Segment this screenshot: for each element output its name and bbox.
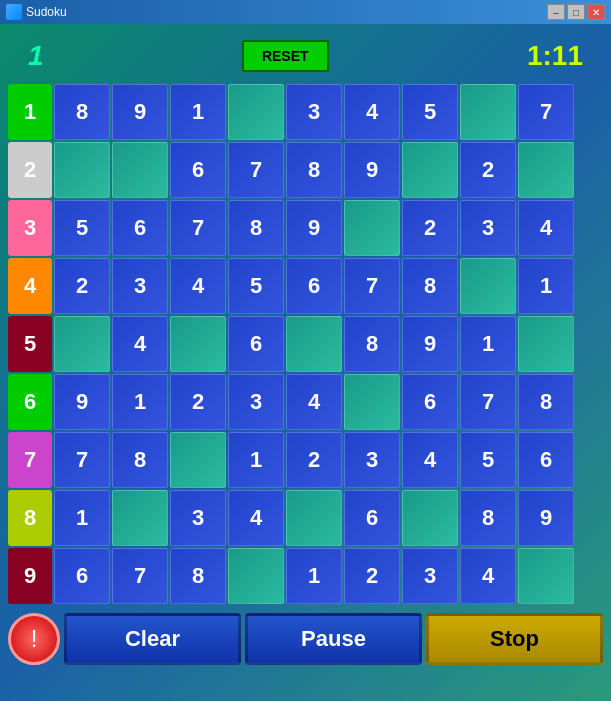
cell-r2-c3[interactable]: 8 — [228, 200, 284, 256]
cell-r3-c8[interactable]: 1 — [518, 258, 574, 314]
cell-r7-c4[interactable] — [286, 490, 342, 546]
cell-r7-c2[interactable]: 3 — [170, 490, 226, 546]
cell-r1-c8[interactable] — [518, 142, 574, 198]
cell-r8-c3[interactable] — [228, 548, 284, 604]
cell-r1-c0[interactable] — [54, 142, 110, 198]
cell-r5-c6[interactable]: 6 — [402, 374, 458, 430]
cell-r4-c2[interactable] — [170, 316, 226, 372]
cell-r1-c4[interactable]: 8 — [286, 142, 342, 198]
cell-r6-c0[interactable]: 7 — [54, 432, 110, 488]
cell-r4-c1[interactable]: 4 — [112, 316, 168, 372]
cell-r5-c3[interactable]: 3 — [228, 374, 284, 430]
cell-r5-c1[interactable]: 1 — [112, 374, 168, 430]
cell-r0-c3[interactable] — [228, 84, 284, 140]
row-label-6: 6 — [8, 374, 52, 430]
cell-r3-c2[interactable]: 4 — [170, 258, 226, 314]
alert-button[interactable]: ! — [8, 613, 60, 665]
cell-r2-c6[interactable]: 2 — [402, 200, 458, 256]
cell-r1-c1[interactable] — [112, 142, 168, 198]
cell-r4-c8[interactable] — [518, 316, 574, 372]
cell-r5-c0[interactable]: 9 — [54, 374, 110, 430]
cell-r8-c0[interactable]: 6 — [54, 548, 110, 604]
pause-button[interactable]: Pause — [245, 613, 422, 665]
cell-r0-c7[interactable] — [460, 84, 516, 140]
cell-r2-c1[interactable]: 6 — [112, 200, 168, 256]
cell-r8-c8[interactable] — [518, 548, 574, 604]
cell-r3-c5[interactable]: 7 — [344, 258, 400, 314]
cell-r5-c2[interactable]: 2 — [170, 374, 226, 430]
cell-r2-c0[interactable]: 5 — [54, 200, 110, 256]
cell-r2-c8[interactable]: 4 — [518, 200, 574, 256]
cell-r7-c3[interactable]: 4 — [228, 490, 284, 546]
row-label-1: 1 — [8, 84, 52, 140]
cell-r8-c1[interactable]: 7 — [112, 548, 168, 604]
stop-button[interactable]: Stop — [426, 613, 603, 665]
cell-r3-c7[interactable] — [460, 258, 516, 314]
cell-r3-c3[interactable]: 5 — [228, 258, 284, 314]
cell-r6-c1[interactable]: 8 — [112, 432, 168, 488]
title-bar: Sudoku – □ ✕ — [0, 0, 611, 24]
maximize-button[interactable]: □ — [567, 4, 585, 20]
cell-r3-c4[interactable]: 6 — [286, 258, 342, 314]
reset-button[interactable]: RESET — [242, 40, 329, 72]
cell-r1-c7[interactable]: 2 — [460, 142, 516, 198]
cell-r1-c3[interactable]: 7 — [228, 142, 284, 198]
cell-r8-c2[interactable]: 8 — [170, 548, 226, 604]
cell-r8-c6[interactable]: 3 — [402, 548, 458, 604]
cell-r8-c4[interactable]: 1 — [286, 548, 342, 604]
app-icon — [6, 4, 22, 20]
cell-r7-c1[interactable] — [112, 490, 168, 546]
cell-r6-c2[interactable] — [170, 432, 226, 488]
cell-r4-c3[interactable]: 6 — [228, 316, 284, 372]
cell-r0-c5[interactable]: 4 — [344, 84, 400, 140]
top-bar: 1 RESET 1:11 — [8, 32, 603, 80]
cell-r7-c6[interactable] — [402, 490, 458, 546]
cell-r5-c8[interactable]: 8 — [518, 374, 574, 430]
alert-icon: ! — [31, 625, 38, 653]
cell-r0-c2[interactable]: 1 — [170, 84, 226, 140]
cell-r6-c4[interactable]: 2 — [286, 432, 342, 488]
cell-r6-c3[interactable]: 1 — [228, 432, 284, 488]
cell-r4-c7[interactable]: 1 — [460, 316, 516, 372]
cell-r2-c7[interactable]: 3 — [460, 200, 516, 256]
sudoku-grid: 8913457678925678923423456781468919123467… — [54, 84, 574, 604]
cell-r1-c6[interactable] — [402, 142, 458, 198]
cell-r0-c4[interactable]: 3 — [286, 84, 342, 140]
row-labels: 123456789 — [8, 84, 52, 604]
cell-r7-c8[interactable]: 9 — [518, 490, 574, 546]
cell-r0-c8[interactable]: 7 — [518, 84, 574, 140]
cell-r3-c6[interactable]: 8 — [402, 258, 458, 314]
cell-r7-c7[interactable]: 8 — [460, 490, 516, 546]
row-label-3: 3 — [8, 200, 52, 256]
cell-r4-c6[interactable]: 9 — [402, 316, 458, 372]
cell-r1-c5[interactable]: 9 — [344, 142, 400, 198]
cell-r2-c4[interactable]: 9 — [286, 200, 342, 256]
grid-area: 123456789 891345767892567892342345678146… — [8, 84, 603, 604]
cell-r7-c0[interactable]: 1 — [54, 490, 110, 546]
minimize-button[interactable]: – — [547, 4, 565, 20]
cell-r6-c6[interactable]: 4 — [402, 432, 458, 488]
cell-r0-c0[interactable]: 8 — [54, 84, 110, 140]
cell-r6-c5[interactable]: 3 — [344, 432, 400, 488]
cell-r3-c0[interactable]: 2 — [54, 258, 110, 314]
cell-r7-c5[interactable]: 6 — [344, 490, 400, 546]
cell-r3-c1[interactable]: 3 — [112, 258, 168, 314]
cell-r4-c5[interactable]: 8 — [344, 316, 400, 372]
cell-r2-c2[interactable]: 7 — [170, 200, 226, 256]
cell-r1-c2[interactable]: 6 — [170, 142, 226, 198]
cell-r5-c5[interactable] — [344, 374, 400, 430]
cell-r8-c7[interactable]: 4 — [460, 548, 516, 604]
cell-r5-c7[interactable]: 7 — [460, 374, 516, 430]
cell-r6-c8[interactable]: 6 — [518, 432, 574, 488]
clear-button[interactable]: Clear — [64, 613, 241, 665]
cell-r8-c5[interactable]: 2 — [344, 548, 400, 604]
cell-r6-c7[interactable]: 5 — [460, 432, 516, 488]
cell-r0-c6[interactable]: 5 — [402, 84, 458, 140]
close-button[interactable]: ✕ — [587, 4, 605, 20]
cell-r4-c0[interactable] — [54, 316, 110, 372]
cell-r4-c4[interactable] — [286, 316, 342, 372]
row-label-5: 5 — [8, 316, 52, 372]
cell-r0-c1[interactable]: 9 — [112, 84, 168, 140]
cell-r5-c4[interactable]: 4 — [286, 374, 342, 430]
cell-r2-c5[interactable] — [344, 200, 400, 256]
